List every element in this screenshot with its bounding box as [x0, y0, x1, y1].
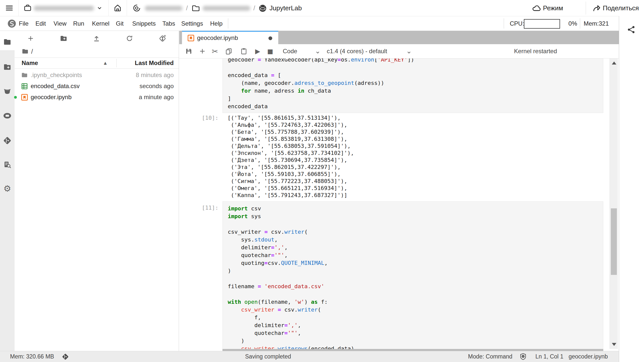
kernel-dropdown[interactable]: c1.4 (4 cores) - default	[326, 44, 417, 58]
redacted-project-name[interactable]	[203, 6, 250, 11]
status-bar: Mem: 320.66 MB Saving completed Mode: Co…	[0, 351, 619, 362]
chevron-down-icon	[97, 6, 102, 11]
jupyterlab-logo-icon	[258, 4, 267, 13]
menu-run[interactable]: Run	[73, 16, 84, 31]
menu-file[interactable]: File	[19, 16, 29, 31]
menu-bar: File Edit View Run Kernel Git Snippets T…	[0, 16, 619, 31]
cell-output-10: [('Тау', '[55.861615,37.513134]'), ('Аль…	[227, 114, 354, 199]
tab-title: geocoder.ipynb	[197, 32, 238, 44]
scroll-down-arrow-icon[interactable]	[612, 343, 616, 346]
menu-view[interactable]: View	[54, 16, 67, 31]
name-column-header[interactable]: Name	[22, 58, 38, 68]
serverless-mode-button[interactable]: Режим Serverless	[530, 0, 581, 16]
sort-asc-icon[interactable]: ▲	[104, 58, 107, 68]
table-of-contents-search-icon[interactable]	[3, 161, 11, 169]
share-arrow-icon	[592, 4, 601, 13]
modified-column-header[interactable]: Last Modified	[135, 58, 174, 68]
notebook-file-icon	[21, 94, 28, 101]
unsaved-changes-dot[interactable]	[268, 36, 272, 40]
file-list-header: Name ▲ Last Modified	[15, 57, 179, 69]
cell-type-dropdown[interactable]: Code	[282, 44, 328, 58]
file-row-encoded-data-csv[interactable]: encoded_data.csv seconds ago	[15, 81, 179, 92]
insert-cell-button[interactable]	[197, 46, 207, 56]
input-prompt: [11]:	[179, 204, 218, 211]
mem-indicator: Mem:321 MB	[584, 16, 619, 31]
tab-geocoder-ipynb[interactable]: geocoder.ipynb	[182, 31, 278, 44]
share-button[interactable]: Поделиться	[591, 0, 641, 16]
menu-tabs[interactable]: Tabs	[162, 16, 175, 31]
vertical-scrollbar[interactable]	[610, 58, 618, 349]
notebook-file-icon	[188, 35, 194, 41]
running-kernel-dot	[14, 96, 17, 99]
panel-splitter[interactable]	[178, 31, 179, 351]
stop-kernel-button[interactable]: ■	[265, 46, 275, 56]
cell-type-value: Code	[283, 44, 297, 58]
file-modified: 8 minutes ago	[136, 70, 174, 81]
folder-icon	[192, 4, 200, 12]
folder-icon	[21, 72, 28, 79]
cursor-position[interactable]: Ln 1, Col 1	[535, 351, 563, 362]
divider	[586, 2, 586, 15]
menu-settings[interactable]: Settings	[181, 16, 203, 31]
column-divider[interactable]	[116, 59, 117, 67]
share-label: Поделиться	[603, 0, 639, 16]
refresh-button[interactable]	[124, 33, 135, 44]
breadcrumb-folder-icon[interactable]	[22, 48, 29, 55]
redacted-community-name[interactable]	[145, 6, 182, 11]
menu-git[interactable]: Git	[116, 16, 124, 31]
s3-bucket-icon[interactable]	[3, 87, 11, 95]
copy-cells-button[interactable]	[224, 46, 234, 56]
upload-button[interactable]	[91, 33, 102, 44]
home-button[interactable]	[113, 4, 122, 13]
running-sessions-icon[interactable]	[3, 112, 12, 119]
save-button[interactable]	[184, 46, 194, 56]
jupyterlab-label: JupyterLab	[269, 0, 302, 16]
code-cell-partial[interactable]: geocoder = YandexGeocoder(api_key=os.env…	[222, 58, 603, 113]
menu-snippets[interactable]: Snippets	[132, 16, 156, 31]
cloud-icon	[532, 4, 541, 13]
cloud-context-switcher[interactable]	[23, 0, 106, 16]
cpu-percent: 0%	[563, 16, 577, 31]
project-target-icon	[132, 4, 141, 13]
code-cell-11[interactable]: import csvimport sys csv_writer = csv.wr…	[222, 201, 603, 349]
menu-help[interactable]: Help	[210, 16, 222, 31]
datasphere-logo-icon	[7, 19, 17, 28]
home-icon	[113, 4, 122, 13]
git-clone-button[interactable]	[157, 33, 168, 44]
menu-kernel[interactable]: Kernel	[92, 16, 109, 31]
notebook-content: geocoder = YandexGeocoder(api_key=os.env…	[179, 58, 610, 349]
file-row-ipynb-checkpoints[interactable]: .ipynb_checkpoints 8 minutes ago	[15, 70, 179, 81]
new-folder-button[interactable]	[58, 33, 69, 44]
extensions-gear-icon[interactable]: ⚙	[4, 184, 11, 194]
divider	[127, 0, 127, 16]
run-cell-button[interactable]: ▶	[253, 46, 263, 56]
breadcrumb-root[interactable]: /	[31, 46, 33, 57]
breadcrumb-separator: /	[186, 0, 188, 16]
hamburger-icon	[5, 4, 14, 12]
cut-cells-button[interactable]: ✂	[210, 46, 220, 56]
mem-usage: Mem: 320.66 MB	[10, 351, 54, 362]
file-row-geocoder-ipynb[interactable]: geocoder.ipynb a minute ago	[15, 92, 179, 103]
share-graph-icon[interactable]	[627, 25, 636, 34]
command-mode-indicator[interactable]: Mode: Command	[468, 351, 512, 362]
git-status-icon[interactable]	[62, 353, 69, 360]
scroll-up-arrow-icon[interactable]	[612, 62, 616, 65]
menu-edit[interactable]: Edit	[35, 16, 46, 31]
active-file-name[interactable]: geocoder.ipynb	[569, 351, 608, 362]
trust-shield-icon[interactable]	[519, 353, 527, 360]
git-icon[interactable]	[3, 136, 12, 145]
scrollbar-thumb[interactable]	[611, 208, 617, 275]
shared-folder-icon[interactable]	[3, 63, 11, 71]
hamburger-menu-button[interactable]	[5, 4, 14, 12]
new-launcher-button[interactable]	[25, 33, 36, 44]
paste-cells-button[interactable]	[239, 46, 249, 56]
divider	[504, 18, 504, 29]
divider	[18, 0, 19, 16]
serverless-label: Режим Serverless	[543, 0, 581, 16]
output-prompt: [10]:	[179, 114, 218, 122]
csv-file-icon	[21, 83, 28, 90]
divider	[108, 0, 109, 16]
saving-status: Saving completed	[245, 351, 291, 362]
file-browser-icon[interactable]	[3, 38, 11, 46]
horizontal-scrollbar[interactable]	[222, 349, 603, 351]
